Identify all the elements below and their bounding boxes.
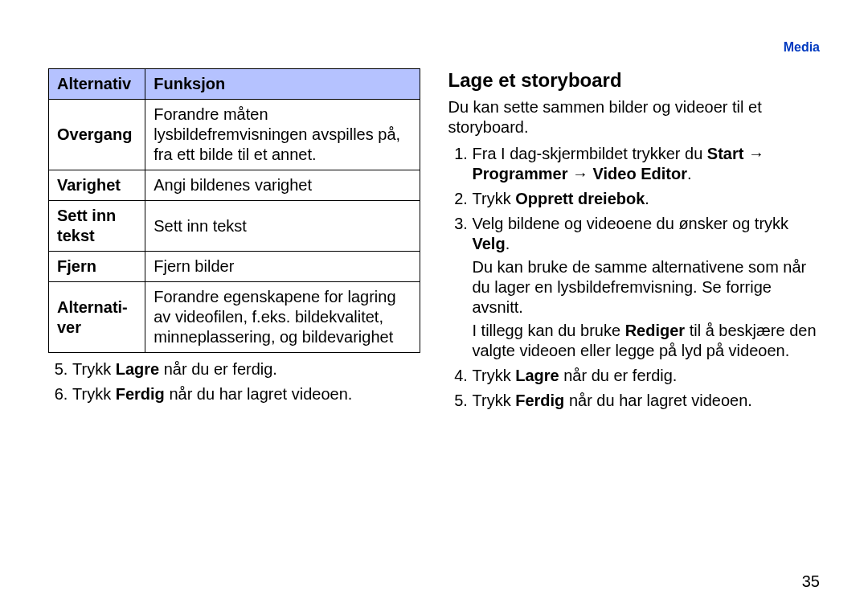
left-column: Alternativ Funksjon Overgang Forandre må… [48,68,420,416]
options-table: Alternativ Funksjon Overgang Forandre må… [48,68,420,353]
text-bold: Lagre [515,367,559,384]
text: Fra I dag-skjermbildet trykker du [473,145,707,162]
text: Trykk [473,190,516,207]
text: når du har lagret videoen. [564,392,752,409]
text-bold: Opprett dreiebok [515,190,645,207]
two-column-layout: Alternativ Funksjon Overgang Forandre må… [48,68,820,416]
intro-text: Du kan sette sammen bilder og videoer ti… [448,97,821,137]
cell-function: Forandre måten lysbildefremvisningen avs… [145,100,420,170]
text-bold: Rediger [625,322,685,339]
text: I tillegg kan du bruke [473,322,625,339]
th-funksjon: Funksjon [145,69,420,100]
cell-function: Fjern bilder [145,252,420,282]
table-row: Fjern Fjern bilder [49,252,420,282]
cell-function: Angi bildenes varighet [145,170,420,201]
text: → [567,165,592,182]
text-bold: Programmer [473,165,568,182]
section-header: Media [784,40,820,55]
list-item: Trykk Ferdig når du har lagret videoen. [473,391,821,411]
text: Trykk [473,367,516,384]
text: . [645,190,649,207]
list-item: Velg bildene og videoene du ønsker og tr… [473,214,821,361]
text: → [743,145,764,162]
text-bold: Ferdig [116,385,165,403]
text: Trykk [72,360,116,378]
list-item: Fra I dag-skjermbildet trykker du Start … [473,144,821,184]
cell-option: Sett inn tekst [49,201,145,252]
cell-option: Alternati-ver [49,282,145,353]
sub-paragraph: Du kan bruke de samme alternativene som … [473,257,821,318]
list-item: Trykk Opprett dreiebok. [473,189,821,209]
cell-function: Forandre egenskapene for lagring av vide… [145,282,420,353]
text-bold: Video Editor [593,165,687,182]
cell-option: Fjern [49,252,145,282]
cell-option: Varighet [49,170,145,201]
cell-function: Sett inn tekst [145,201,420,252]
table-header-row: Alternativ Funksjon [49,69,420,100]
text: . [506,235,510,252]
cell-option: Overgang [49,100,145,170]
section-heading: Lage et storyboard [448,68,821,92]
text: Velg bildene og videoene du ønsker og tr… [473,215,789,232]
table-row: Overgang Forandre måten lysbildefremvisn… [49,100,420,170]
text: . [687,165,692,182]
left-steps-list: Trykk Lagre når du er ferdig. Trykk Ferd… [48,359,420,404]
text-bold: Start [707,145,744,162]
right-column: Lage et storyboard Du kan sette sammen b… [448,68,821,416]
table-row: Alternati-ver Forandre egenskapene for l… [49,282,420,353]
sub-paragraph: I tillegg kan du bruke Rediger til å bes… [473,321,821,361]
list-item: Trykk Lagre når du er ferdig. [72,359,420,379]
text-bold: Velg [473,235,506,252]
text: Trykk [72,385,116,403]
text: når du er ferdig. [159,360,277,378]
list-item: Trykk Lagre når du er ferdig. [473,366,821,386]
right-steps-list: Fra I dag-skjermbildet trykker du Start … [448,144,821,411]
page-number: 35 [802,572,820,591]
text: Trykk [473,392,516,409]
table-row: Varighet Angi bildenes varighet [49,170,420,201]
list-item: Trykk Ferdig når du har lagret videoen. [72,384,420,404]
text-bold: Ferdig [515,392,564,409]
table-row: Sett inn tekst Sett inn tekst [49,201,420,252]
th-alternativ: Alternativ [49,69,145,100]
text-bold: Lagre [116,360,159,378]
page: Media Alternativ Funksjon Overgang Foran… [0,0,868,615]
text: når du er ferdig. [559,367,678,384]
text: når du har lagret videoen. [165,385,353,403]
